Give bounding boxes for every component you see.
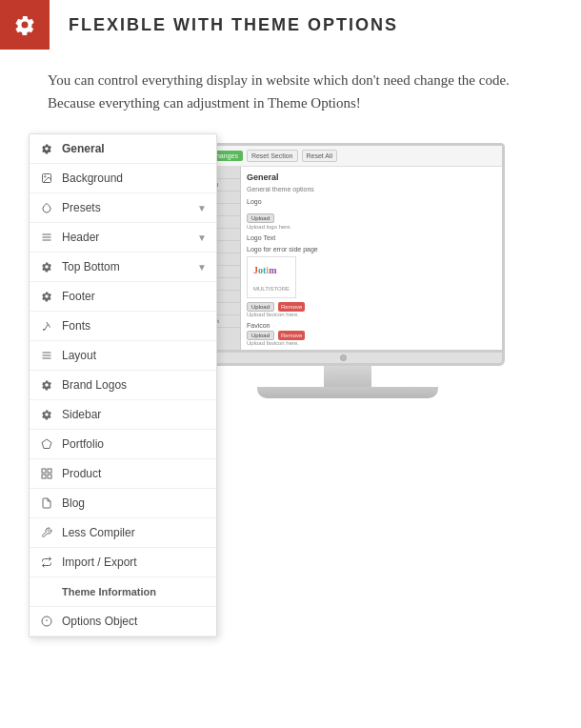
- sidebar-item-presets-label: Presets: [62, 201, 197, 214]
- sidebar-item-footer[interactable]: Footer: [30, 282, 216, 312]
- sidebar-item-product-label: Product: [62, 467, 207, 480]
- screen-field-loading-label: Show Loading Page: [247, 351, 496, 353]
- screen-field-logo-label: Logo: [247, 198, 496, 205]
- header-title: FLEXIBLE WITH THEME OPTIONS: [50, 15, 398, 35]
- screen-field-loading: Show Loading Page: [247, 351, 496, 353]
- product-icon: [39, 466, 54, 481]
- sidebar-item-less-compiler-label: Less Compiler: [62, 526, 207, 539]
- droplet-icon: [39, 200, 54, 215]
- sidebar-item-fonts[interactable]: Fonts: [30, 312, 216, 341]
- favicon-upload-button[interactable]: Upload: [247, 331, 274, 340]
- info-icon: [39, 614, 54, 629]
- monitor-screen: Save Changes Reset Section Reset All Gen…: [181, 143, 505, 353]
- sidebar-item-general-label: General: [62, 142, 207, 155]
- sidebar-item-theme-information-label: Theme Information: [62, 586, 207, 597]
- monitor-frame: General Background Presets: [29, 133, 552, 398]
- description-block: You can control everything display in we…: [0, 69, 581, 133]
- wrench-icon: [39, 525, 54, 540]
- empty-icon-theme: [39, 584, 54, 599]
- sidebar-item-portfolio[interactable]: Portfolio: [30, 430, 216, 459]
- arrows-icon: [39, 555, 54, 570]
- screen-section-title: General: [247, 172, 496, 182]
- image-icon: [39, 171, 54, 186]
- sidebar-item-theme-information[interactable]: Theme Information: [30, 577, 216, 607]
- gear-icon-footer: [39, 289, 54, 304]
- sidebar-item-top-bottom-label: Top Bottom: [62, 260, 197, 273]
- sidebar-item-import-export[interactable]: Import / Export: [30, 548, 216, 577]
- reset-all-button[interactable]: Reset All: [302, 150, 338, 162]
- diamond-icon: [39, 436, 54, 452]
- sidebar-item-brand-logos[interactable]: Brand Logos: [30, 371, 216, 400]
- screen-field-favicon-label: Favicon: [247, 322, 496, 329]
- svg-rect-10: [42, 469, 46, 473]
- monitor-wrapper: General Background Presets: [29, 133, 552, 398]
- sidebar-item-general[interactable]: General: [30, 134, 216, 164]
- menu-icon-header: [39, 230, 54, 245]
- sidebar-item-sidebar[interactable]: Sidebar: [30, 400, 216, 430]
- sidebar-item-header[interactable]: Header ▼: [30, 223, 216, 253]
- sidebar-item-blog-label: Blog: [62, 496, 207, 510]
- sidebar-panel: General Background Presets: [29, 133, 217, 637]
- sidebar-item-blog[interactable]: Blog: [30, 489, 216, 518]
- logo-error-hint: Upload favicon here.: [247, 312, 496, 317]
- logo-error-upload-button[interactable]: Upload: [247, 302, 274, 312]
- sidebar-item-layout[interactable]: Layout: [30, 341, 216, 371]
- layout-icon: [39, 348, 54, 363]
- screen-field-logo-error-label: Logo for error side page: [247, 246, 496, 253]
- reset-section-button[interactable]: Reset Section: [247, 150, 298, 162]
- svg-rect-12: [42, 475, 46, 478]
- screen-toolbar: Save Changes Reset Section Reset All: [184, 146, 502, 167]
- blog-icon: [39, 495, 54, 511]
- svg-point-1: [45, 176, 47, 178]
- logo-error-remove-button[interactable]: Remove: [278, 302, 305, 312]
- gear-small-icon: [39, 141, 54, 156]
- sidebar-item-top-bottom[interactable]: Top Bottom ▼: [30, 253, 216, 282]
- sidebar-item-layout-label: Layout: [62, 349, 207, 362]
- sidebar-item-sidebar-label: Sidebar: [62, 408, 207, 421]
- sidebar-item-product[interactable]: Product: [30, 459, 216, 489]
- page-wrapper: FLEXIBLE WITH THEME OPTIONS You can cont…: [0, 0, 581, 427]
- screenshot-container: General Background Presets: [0, 133, 581, 427]
- sidebar-item-options-object[interactable]: Options Object: [30, 607, 216, 637]
- sidebar-item-brand-logos-label: Brand Logos: [62, 378, 207, 392]
- sidebar-item-import-export-label: Import / Export: [62, 556, 207, 569]
- sidebar-item-fonts-label: Fonts: [62, 319, 207, 333]
- header-icon-box: [0, 0, 50, 50]
- chevron-icon-header: ▼: [197, 233, 207, 243]
- svg-marker-9: [42, 439, 51, 449]
- chevron-icon-topbottom: ▼: [197, 262, 207, 273]
- bezel-dot: [340, 354, 347, 361]
- screen-field-logo-text: Logo Text: [247, 234, 496, 241]
- monitor-stand-neck: [324, 366, 371, 387]
- sidebar-item-less-compiler[interactable]: Less Compiler: [30, 518, 216, 548]
- gear-icon: [13, 13, 36, 36]
- screen-logo-display: Jotim MULTISTORE: [247, 256, 296, 298]
- logo-upload-hint: Upload logo here.: [247, 224, 496, 230]
- sidebar-item-footer-label: Footer: [62, 290, 207, 303]
- monitor-bezel: [181, 353, 505, 366]
- screen-content: General General theme options Logo Uploa…: [241, 167, 502, 353]
- font-icon: [39, 318, 54, 334]
- gear-icon-topbottom: [39, 259, 54, 274]
- screen-field-logo-error: Logo for error side page Jotim MULTISTOR…: [247, 246, 496, 317]
- screen-inner: Save Changes Reset Section Reset All Gen…: [184, 146, 502, 350]
- screen-body: General Background Presets Header Top Bo…: [184, 167, 502, 353]
- sidebar-item-background[interactable]: Background: [30, 164, 216, 193]
- sidebar-item-options-object-label: Options Object: [62, 615, 207, 628]
- sidebar-item-presets[interactable]: Presets ▼: [30, 193, 216, 223]
- screen-field-logo-text-label: Logo Text: [247, 234, 496, 241]
- monitor-stand-base: [257, 387, 438, 398]
- header-bar: FLEXIBLE WITH THEME OPTIONS: [0, 0, 581, 50]
- svg-rect-13: [48, 475, 51, 478]
- sidebar-item-header-label: Header: [62, 231, 197, 244]
- description-line1: You can control everything display in we…: [48, 72, 510, 88]
- description-line2: Because everything can adjustment in The…: [48, 95, 361, 111]
- favicon-remove-button[interactable]: Remove: [278, 331, 305, 340]
- logo-upload-button[interactable]: Upload: [247, 213, 274, 223]
- sidebar-item-background-label: Background: [62, 172, 207, 185]
- brand-icon: [39, 377, 54, 393]
- screen-section-subtitle: General theme options: [247, 186, 496, 192]
- chevron-icon-presets: ▼: [197, 203, 207, 213]
- sidebar-item-portfolio-label: Portfolio: [62, 437, 207, 451]
- sidebar-icon: [39, 407, 54, 422]
